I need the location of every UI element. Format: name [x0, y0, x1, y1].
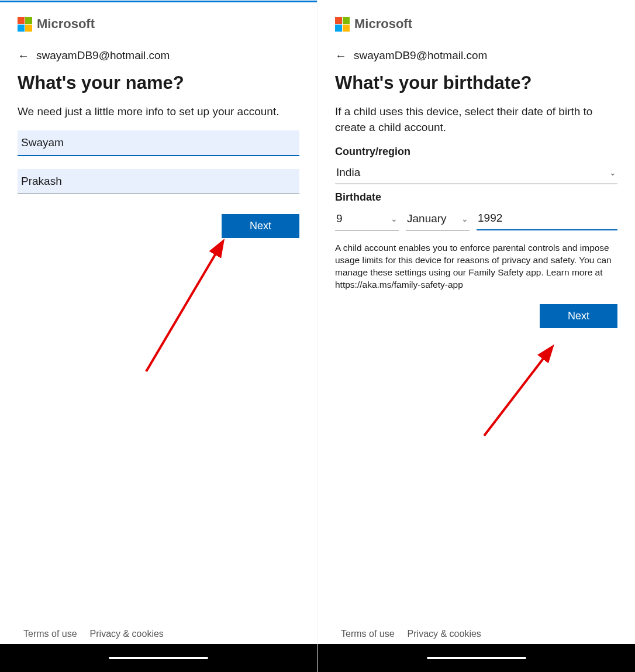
country-value: India [336, 166, 360, 179]
account-email: swayamDB9@hotmail.com [36, 49, 170, 62]
chevron-down-icon: ⌄ [391, 214, 398, 223]
microsoft-brand-text: Microsoft [354, 16, 412, 32]
annotation-arrow-icon [134, 225, 240, 383]
account-email: swayamDB9@hotmail.com [354, 49, 487, 62]
month-select[interactable]: January ⌄ [406, 208, 470, 230]
birthdate-label: Birthdate [335, 191, 617, 204]
microsoft-brand-text: Microsoft [37, 16, 95, 32]
month-value: January [407, 212, 447, 225]
svg-line-3 [484, 348, 551, 436]
birthdate-entry-screen: Microsoft ← swayamDB9@hotmail.com What's… [318, 0, 635, 672]
svg-line-1 [146, 243, 222, 371]
country-select[interactable]: India ⌄ [335, 163, 617, 184]
privacy-link[interactable]: Privacy & cookies [408, 629, 481, 639]
footer-links: Terms of use Privacy & cookies [0, 629, 317, 639]
footer-links: Terms of use Privacy & cookies [318, 629, 635, 639]
back-arrow-icon[interactable]: ← [18, 50, 29, 61]
page-title: What's your birthdate? [335, 73, 617, 94]
day-select[interactable]: 9 ⌄ [335, 208, 399, 230]
home-indicator[interactable] [427, 657, 526, 659]
annotation-arrow-icon [475, 333, 575, 444]
home-indicator[interactable] [109, 657, 208, 659]
page-title: What's your name? [18, 73, 299, 94]
microsoft-logo-icon [335, 17, 350, 32]
page-subtext: If a child uses this device, select thei… [335, 104, 617, 135]
navigation-bar [318, 644, 635, 672]
terms-link[interactable]: Terms of use [23, 629, 77, 639]
country-label: Country/region [335, 146, 617, 158]
year-input[interactable] [477, 208, 617, 230]
chevron-down-icon: ⌄ [609, 168, 616, 177]
last-name-input[interactable] [18, 169, 299, 194]
page-subtext: We need just a little more info to set u… [18, 104, 299, 120]
chevron-down-icon: ⌄ [461, 214, 468, 223]
day-value: 9 [336, 212, 343, 225]
next-button[interactable]: Next [540, 304, 617, 328]
microsoft-logo: Microsoft [18, 16, 299, 32]
child-account-info: A child account enables you to enforce p… [335, 242, 617, 291]
back-arrow-icon[interactable]: ← [335, 50, 347, 61]
terms-link[interactable]: Terms of use [341, 629, 395, 639]
microsoft-logo: Microsoft [335, 16, 617, 32]
navigation-bar [0, 644, 317, 672]
first-name-input[interactable] [18, 130, 299, 156]
name-entry-screen: Microsoft ← swayamDB9@hotmail.com What's… [0, 0, 318, 672]
microsoft-logo-icon [18, 17, 32, 32]
privacy-link[interactable]: Privacy & cookies [90, 629, 164, 639]
next-button[interactable]: Next [222, 214, 299, 238]
